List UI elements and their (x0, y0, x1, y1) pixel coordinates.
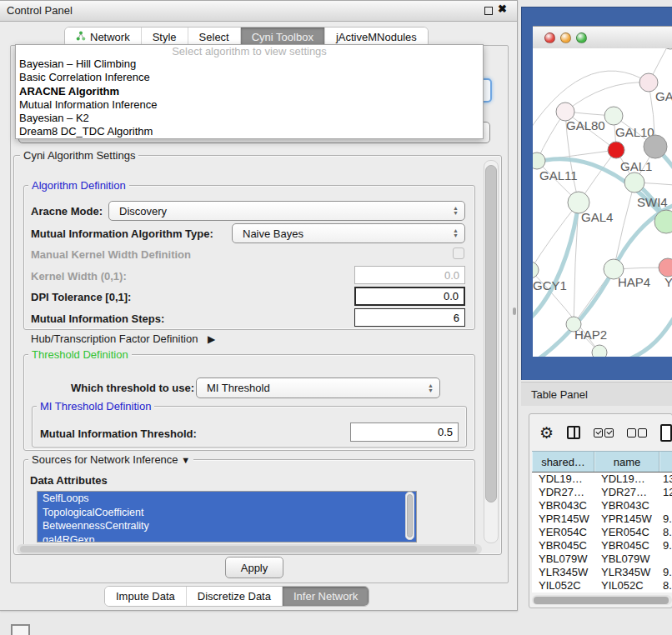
table-row[interactable]: YBL079WYBL079W (532, 552, 672, 566)
table-cell: 8. (659, 526, 672, 539)
table-cell: 9. (659, 512, 672, 526)
table-cell: YBR043C (532, 499, 594, 512)
table-row[interactable]: YDL19…YDL19…13 (532, 472, 672, 486)
combo-stepper-icon: ▲▼ (453, 206, 464, 216)
dpi-tolerance-field[interactable]: 0.0 (354, 287, 465, 306)
attribute-list-item[interactable]: BetweennessCentrality (38, 519, 416, 533)
attribute-list-item[interactable]: TopologicalCoefficient (38, 506, 416, 520)
table-cell: YPR145W (532, 512, 594, 526)
apply-button-label: Apply (241, 562, 268, 574)
which-threshold-label: Which threshold to use: (71, 382, 194, 394)
control-panel-title: Control Panel (7, 4, 73, 17)
manual-kernel-checkbox[interactable] (453, 248, 464, 259)
network-node-label: GAL (655, 89, 672, 103)
minimized-panel-icon[interactable] (11, 624, 30, 635)
table-row[interactable]: YPR145WYPR145W9. (532, 512, 672, 526)
network-node-gal10[interactable] (604, 107, 623, 125)
table-row[interactable]: YIL052CYIL052C8. (532, 579, 672, 592)
network-node-label: GAL4 (581, 210, 613, 224)
network-node[interactable] (662, 48, 672, 49)
sources-title[interactable]: Sources for Network Inference ▼ (28, 453, 193, 466)
select-all-icon[interactable] (594, 428, 614, 438)
network-edge[interactable] (614, 182, 634, 269)
network-node-gcy1[interactable] (533, 262, 539, 278)
table-row[interactable]: YDR27…YDR27…12 (532, 486, 672, 499)
network-graph[interactable]: GALGAL80GAL10GAL1GAL11GAL4SWI4GCY1HAP4YH… (533, 48, 672, 357)
table-cell: 9. (659, 539, 672, 552)
network-node[interactable] (624, 172, 644, 192)
hub-definition-toggle[interactable]: Hub/Transcription Factor Definition ▶ (31, 332, 215, 345)
network-edge-highlighted[interactable] (533, 202, 579, 325)
attribute-list-item[interactable]: SelfLoops (38, 492, 416, 506)
mi-steps-field[interactable]: 6 (354, 308, 465, 327)
data-attributes-list[interactable]: SelfLoopsTopologicalCoefficientBetweenne… (37, 491, 417, 542)
apply-button[interactable]: Apply (225, 557, 283, 578)
expand-arrow-icon[interactable]: ▶ (208, 333, 215, 345)
algorithm-option[interactable]: Mutual Information Inference (16, 98, 483, 112)
minimize-traffic-light-icon[interactable] (560, 32, 571, 43)
network-node-gal1[interactable] (608, 142, 624, 158)
network-window-titlebar[interactable] (533, 26, 672, 50)
gear-icon[interactable]: ⚙ (539, 423, 554, 442)
table-column-header[interactable]: shared… (532, 452, 594, 472)
float-icon[interactable] (484, 7, 493, 15)
table-row[interactable]: YBR043CYBR043C (532, 499, 672, 512)
mi-threshold-field[interactable]: 0.5 (350, 422, 459, 442)
table-cell: YBL079W (594, 552, 659, 566)
algorithm-option[interactable]: Dream8 DC_TDC Algorithm (16, 125, 483, 138)
network-node[interactable] (644, 135, 667, 158)
table-row[interactable]: YBR045CYBR045C9. (532, 539, 672, 552)
tab-infer-network[interactable]: Infer Network (283, 587, 369, 606)
table-cell: YBR045C (594, 539, 659, 552)
network-node-gal11[interactable] (533, 152, 545, 169)
collapse-arrow-icon[interactable]: ▼ (181, 455, 190, 465)
table-panel-titlebar[interactable]: Table Panel (521, 382, 672, 408)
table-panel-title: Table Panel (531, 388, 588, 401)
manual-kernel-label: Manual Kernel Width Definition (31, 248, 191, 261)
table-column-header[interactable]: name (594, 452, 659, 472)
table-cell: YDR27… (594, 486, 659, 499)
algorithm-option[interactable]: ARACNE Algorithm (16, 85, 483, 98)
attribute-list-item[interactable]: gal4RGexp (38, 533, 416, 543)
tab-discretize-data[interactable]: Discretize Data (187, 587, 283, 606)
control-panel-titlebar[interactable]: Control Panel ✖ (0, 1, 517, 22)
table-row[interactable]: YLR345WYLR345W9. (532, 566, 672, 579)
network-icon (76, 31, 86, 43)
algorithm-option[interactable]: Bayesian – K2 (16, 112, 483, 125)
close-traffic-light-icon[interactable] (544, 32, 555, 43)
tab-label: jActiveMNodules (336, 31, 417, 43)
table-toolbar: ⚙ (529, 414, 672, 451)
mi-type-combo[interactable]: Naive Bayes ▲▼ (232, 223, 465, 243)
network-node-label: HAP4 (618, 275, 650, 289)
columns-icon[interactable] (567, 426, 580, 439)
network-edge[interactable] (565, 82, 649, 112)
tab-label: Impute Data (116, 590, 175, 602)
aracne-mode-combo[interactable]: Discovery ▲▼ (108, 201, 465, 221)
kernel-width-field[interactable]: 0.0 (354, 266, 465, 284)
table-row[interactable]: YER054CYER054C8. (532, 526, 672, 539)
table-column-header[interactable] (659, 452, 672, 472)
tab-impute-data[interactable]: Impute Data (105, 587, 187, 606)
table-cell: YBL079W (532, 552, 594, 566)
network-edge-highlighted[interactable] (616, 317, 672, 357)
algorithm-option[interactable]: Bayesian – Hill Climbing (16, 58, 483, 71)
network-canvas[interactable]: GALGAL80GAL10GAL1GAL11GAL4SWI4GCY1HAP4YH… (533, 48, 672, 357)
close-icon[interactable]: ✖ (498, 2, 507, 15)
network-node-label: GAL80 (566, 118, 605, 132)
which-threshold-combo[interactable]: MI Threshold ▲▼ (196, 378, 440, 398)
deselect-all-icon[interactable] (627, 428, 647, 438)
kernel-width-label: Kernel Width (0,1): (31, 270, 127, 282)
zoom-traffic-light-icon[interactable] (576, 32, 587, 43)
network-window-frame[interactable]: GALGAL80GAL10GAL1GAL11GAL4SWI4GCY1HAP4YH… (521, 7, 672, 380)
document-icon[interactable] (660, 424, 672, 442)
panel-splitter-handle[interactable] (513, 308, 516, 315)
algorithm-option[interactable]: Basic Correlation Inference (16, 71, 483, 84)
network-node-label: Y (664, 275, 672, 289)
network-node[interactable] (592, 345, 607, 357)
network-node-y[interactable] (659, 258, 672, 277)
cyni-settings-title: Cyni Algorithm Settings (20, 149, 138, 162)
table-cell (659, 499, 672, 512)
network-node-label: SWI4 (637, 195, 668, 209)
data-attributes-label: Data Attributes (30, 474, 108, 487)
tab-label: Select (199, 31, 229, 43)
